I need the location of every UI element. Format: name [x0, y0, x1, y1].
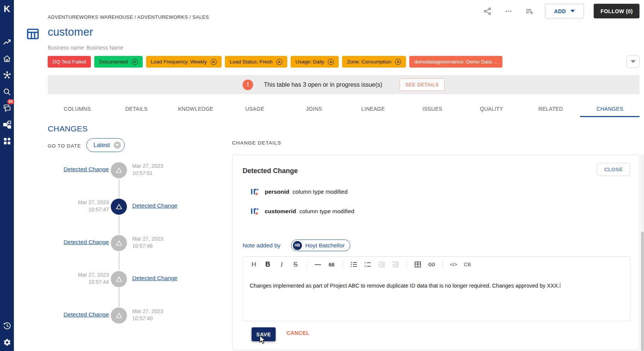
playlist-add-icon[interactable]	[524, 6, 535, 17]
author-name: Hoyt Batchellor	[305, 242, 345, 249]
text-cursor	[560, 283, 561, 288]
change-triangle-icon	[115, 312, 123, 320]
sidebar: K	[0, 0, 14, 351]
auto-assigned-icon: A	[132, 59, 138, 65]
timeline-node[interactable]	[111, 307, 127, 324]
detected-change-link[interactable]: Detected Change	[63, 311, 109, 318]
toolbar-divider	[306, 261, 307, 268]
timestamp: Mar 27, 202310:57:46	[132, 235, 163, 250]
tab-usage[interactable]: USAGE	[225, 101, 285, 117]
tab-knowledge[interactable]: KNOWLEDGE	[166, 101, 225, 117]
tab-details[interactable]: DETAILS	[107, 101, 166, 117]
tab-issues[interactable]: ISSUES	[403, 101, 462, 117]
tag-documented[interactable]: DocumentedA	[94, 56, 143, 68]
tags-expand-button[interactable]	[626, 55, 640, 68]
insert-link-button[interactable]	[426, 259, 437, 270]
detected-change-link[interactable]: Detected Change	[63, 166, 109, 173]
link-icon	[428, 261, 436, 268]
timestamp: Mar 27, 202310:57:47	[38, 199, 109, 213]
auto-assigned-icon: A	[328, 59, 334, 65]
add-button-label: ADD	[554, 8, 566, 14]
header-actions: ADD FOLLOW (0)	[482, 4, 639, 18]
changes-heading: CHANGES	[48, 124, 88, 133]
tab-columns[interactable]: COLUMNS	[48, 101, 107, 117]
bullet-list-button[interactable]	[348, 259, 359, 270]
author-chip[interactable]: HB Hoyt Batchellor	[291, 240, 350, 251]
tab-changes[interactable]: CHANGES	[580, 101, 639, 117]
code-block-button[interactable]: CB	[462, 259, 473, 270]
trending-up-icon	[3, 38, 11, 46]
tab-lineage[interactable]: LINEAGE	[344, 101, 403, 117]
timeline-node[interactable]	[111, 162, 127, 178]
tag-load-status[interactable]: Load Status: FreshA	[225, 56, 287, 68]
see-details-button[interactable]: SEE DETAILS	[400, 78, 444, 91]
date-selector[interactable]: Latest	[86, 138, 125, 152]
timeline-connector	[119, 179, 119, 198]
tag-label: Load Frequency: Weekly	[151, 59, 207, 65]
change-triangle-icon	[115, 239, 123, 247]
detected-change-link[interactable]: Detected Change	[63, 239, 109, 246]
detected-change-link[interactable]: Detected Change	[132, 275, 178, 282]
indent-increase-button[interactable]	[376, 259, 387, 270]
heading-button[interactable]: H	[248, 259, 259, 270]
cancel-button[interactable]: CANCEL	[287, 330, 309, 336]
comments-icon[interactable]: 64	[0, 102, 14, 114]
italic-button[interactable]: I	[276, 259, 287, 270]
numbered-list-button[interactable]: 1 2	[362, 259, 373, 270]
tag-load-frequency[interactable]: Load Frequency: WeeklyA	[146, 56, 222, 68]
change-details-heading: CHANGE DETAILS	[232, 140, 281, 146]
add-button[interactable]: ADD	[545, 4, 584, 18]
note-text-area[interactable]: Changes implemented as part of Project A…	[243, 272, 630, 322]
tag-dq-test-failed[interactable]: DQ Test Failed	[48, 56, 91, 68]
chat-bubbles-glyph	[3, 104, 11, 112]
timeline-node[interactable]	[111, 271, 127, 287]
tag-label: Load Status: Fresh	[230, 59, 273, 65]
hub-glyph	[3, 71, 11, 79]
metrics-icon[interactable]	[0, 36, 14, 48]
inline-code-button[interactable]: </>	[448, 259, 459, 270]
timeline-entry: Detected Change Mar 27, 202310:57:51	[38, 162, 218, 179]
breadcrumb[interactable]: ADVENTUREWORKS WAREHOUSE / ADVENTUREWORK…	[48, 14, 209, 20]
more-options-icon[interactable]	[503, 6, 514, 17]
tab-joins[interactable]: JOINS	[284, 101, 344, 117]
tag-label: DQ Test Failed	[53, 59, 86, 65]
network-hub-icon[interactable]	[0, 69, 14, 81]
insert-table-button[interactable]	[412, 259, 423, 270]
share-icon[interactable]	[482, 6, 493, 17]
settings-icon[interactable]	[0, 337, 14, 348]
auto-assigned-icon: A	[276, 59, 282, 65]
bullet-list-icon	[350, 261, 357, 268]
blockquote-button[interactable]: 66	[326, 259, 337, 270]
tag-zone[interactable]: Zone: ConsumptionA	[342, 56, 406, 68]
bold-button[interactable]: B	[262, 259, 273, 270]
follow-button[interactable]: FOLLOW (0)	[594, 4, 639, 18]
note-editor: H B I S — 66 1 2	[243, 256, 631, 321]
hierarchy-icon[interactable]	[0, 119, 14, 130]
close-button[interactable]: CLOSE	[597, 163, 630, 176]
timeline-node[interactable]	[111, 235, 127, 251]
blocks-glyph	[3, 137, 11, 145]
strikethrough-button[interactable]: S	[290, 259, 301, 270]
home-icon[interactable]	[0, 53, 14, 64]
indent-decrease-button[interactable]	[390, 259, 401, 270]
history-icon[interactable]	[0, 320, 14, 331]
apps-icon[interactable]	[0, 136, 14, 147]
business-name-label: Business name: Business Name	[48, 45, 124, 51]
horizontal-rule-button[interactable]: —	[312, 259, 323, 270]
tab-quality[interactable]: QUALITY	[462, 101, 521, 117]
tag-demodatagovernance[interactable]: demodatagovernance: Demo Data ...	[409, 56, 502, 68]
timestamp: Mar 27, 202310:57:40	[132, 308, 163, 322]
chevron-down-icon	[630, 60, 636, 63]
search-icon[interactable]	[0, 86, 14, 97]
toolbar-divider	[406, 261, 407, 268]
app-logo[interactable]: K	[0, 4, 14, 14]
timeline-connector	[119, 215, 119, 234]
tab-related[interactable]: RELATED	[521, 101, 581, 117]
tag-usage[interactable]: Usage: DailyA	[291, 56, 339, 68]
scrollbar-track[interactable]	[641, 155, 644, 351]
table-entity-icon	[26, 27, 40, 42]
save-button[interactable]: SAVE	[252, 327, 276, 341]
detected-change-link[interactable]: Detected Change	[132, 202, 178, 209]
timeline-node-selected[interactable]	[111, 199, 127, 215]
scrollbar-thumb[interactable]	[641, 232, 644, 351]
